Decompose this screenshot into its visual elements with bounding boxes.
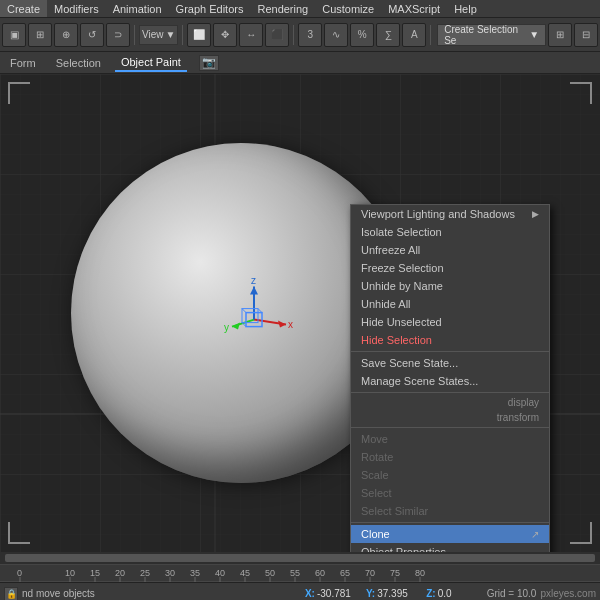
svg-marker-9 — [232, 323, 240, 330]
toolbar-btn-9[interactable]: ⬛ — [265, 23, 289, 47]
svg-marker-12 — [250, 287, 258, 295]
status-message: nd move objects — [22, 588, 301, 599]
ctx-clone[interactable]: Clone ↗ — [351, 525, 549, 543]
view-dropdown[interactable]: View ▼ — [139, 25, 178, 45]
ctx-rotate: Rotate — [351, 448, 549, 466]
ctx-sep-1 — [351, 351, 549, 352]
main-toolbar: ▣ ⊞ ⊕ ↺ ⊃ View ▼ ⬜ ✥ ↔ ⬛ 3 ∿ % ∑ A Creat… — [0, 18, 600, 52]
toolbar-btn-11[interactable]: ∿ — [324, 23, 348, 47]
svg-text:80: 80 — [415, 568, 425, 578]
svg-text:75: 75 — [390, 568, 400, 578]
ctx-manage-scene-states[interactable]: Manage Scene States... — [351, 372, 549, 390]
z-label: Z: — [426, 588, 435, 599]
svg-line-16 — [242, 309, 246, 313]
svg-text:15: 15 — [90, 568, 100, 578]
tab-object-paint[interactable]: Object Paint — [115, 54, 187, 72]
toolbar-sep-4 — [430, 25, 431, 45]
menu-create[interactable]: Create — [0, 0, 47, 17]
ctx-sep-3 — [351, 427, 549, 428]
axis-gizmo: x y z — [214, 275, 294, 355]
svg-text:y: y — [224, 322, 229, 333]
z-value[interactable]: 0.0 — [438, 588, 483, 599]
scroll-thumb[interactable] — [5, 554, 595, 562]
ctx-select: Select — [351, 484, 549, 502]
svg-text:x: x — [288, 319, 293, 330]
lock-icon[interactable]: 🔒 — [4, 587, 18, 601]
y-value[interactable]: 37.395 — [377, 588, 422, 599]
menu-customize[interactable]: Customize — [315, 0, 381, 17]
ctx-hide-selection[interactable]: Hide Selection — [351, 331, 549, 349]
ctx-object-properties[interactable]: Object Properties... — [351, 543, 549, 552]
svg-text:55: 55 — [290, 568, 300, 578]
y-coordinate: Y: 37.395 — [366, 588, 422, 599]
svg-text:60: 60 — [315, 568, 325, 578]
ctx-scale: Scale — [351, 466, 549, 484]
status-bar: 🔒 nd move objects X: -30.781 Y: 37.395 Z… — [0, 582, 600, 600]
toolbar-btn-2[interactable]: ⊞ — [28, 23, 52, 47]
timeline[interactable]: 0 10 15 20 25 30 35 40 45 50 5 — [0, 564, 600, 582]
menu-rendering[interactable]: Rendering — [250, 0, 315, 17]
menu-graph-editors[interactable]: Graph Editors — [169, 0, 251, 17]
corner-bracket-tr — [570, 82, 592, 104]
toolbar-btn-5[interactable]: ⊃ — [106, 23, 130, 47]
svg-text:0: 0 — [17, 568, 22, 578]
z-coordinate: Z: 0.0 — [426, 588, 482, 599]
svg-text:30: 30 — [165, 568, 175, 578]
context-menu: Viewport Lighting and Shadows ▶ Isolate … — [350, 204, 550, 552]
camera-button[interactable]: 📷 — [199, 55, 219, 71]
svg-text:25: 25 — [140, 568, 150, 578]
ctx-sep-4 — [351, 522, 549, 523]
toolbar-btn-3[interactable]: ⊕ — [54, 23, 78, 47]
toolbar-btn-7[interactable]: ✥ — [213, 23, 237, 47]
toolbar-btn-12[interactable]: % — [350, 23, 374, 47]
svg-text:40: 40 — [215, 568, 225, 578]
tab-selection[interactable]: Selection — [50, 55, 107, 71]
viewport[interactable]: x y z Viewport Lighting and Shadows ▶ Is… — [0, 74, 600, 552]
toolbar-btn-end1[interactable]: ⊞ — [548, 23, 572, 47]
ctx-save-scene-state[interactable]: Save Scene State... — [351, 354, 549, 372]
corner-bracket-br — [570, 522, 592, 544]
menu-help[interactable]: Help — [447, 0, 484, 17]
ctx-display-header: display — [351, 395, 549, 410]
menu-animation[interactable]: Animation — [106, 0, 169, 17]
menu-maxscript[interactable]: MAXScript — [381, 0, 447, 17]
toolbar-btn-8[interactable]: ↔ — [239, 23, 263, 47]
timeline-ruler[interactable]: 0 10 15 20 25 30 35 40 45 50 5 — [0, 565, 600, 582]
x-label: X: — [305, 588, 315, 599]
menu-modifiers[interactable]: Modifiers — [47, 0, 106, 17]
ctx-freeze-selection[interactable]: Freeze Selection — [351, 259, 549, 277]
toolbar-btn-1[interactable]: ▣ — [2, 23, 26, 47]
secondary-toolbar: Form Selection Object Paint 📷 — [0, 52, 600, 74]
toolbar-sep-2 — [182, 25, 183, 45]
ctx-transform-header: transform — [351, 410, 549, 425]
svg-text:45: 45 — [240, 568, 250, 578]
toolbar-btn-10[interactable]: 3 — [298, 23, 322, 47]
ctx-sep-2 — [351, 392, 549, 393]
grid-info: Grid = 10.0 — [487, 588, 537, 599]
toolbar-sep-3 — [293, 25, 294, 45]
ctx-move: Move — [351, 430, 549, 448]
ctx-unfreeze-all[interactable]: Unfreeze All — [351, 241, 549, 259]
svg-text:70: 70 — [365, 568, 375, 578]
ctx-isolate-selection[interactable]: Isolate Selection — [351, 223, 549, 241]
toolbar-btn-14[interactable]: A — [402, 23, 426, 47]
tab-form[interactable]: Form — [4, 55, 42, 71]
svg-marker-6 — [278, 321, 286, 328]
ctx-unhide-by-name[interactable]: Unhide by Name — [351, 277, 549, 295]
create-selection-btn[interactable]: Create Selection Se ▼ — [437, 24, 546, 46]
toolbar-btn-6[interactable]: ⬜ — [187, 23, 211, 47]
x-value[interactable]: -30.781 — [317, 588, 362, 599]
corner-bracket-bl — [8, 522, 30, 544]
ctx-select-similar: Select Similar — [351, 502, 549, 520]
ctx-unhide-all[interactable]: Unhide All — [351, 295, 549, 313]
toolbar-btn-end2[interactable]: ⊟ — [574, 23, 598, 47]
svg-text:50: 50 — [265, 568, 275, 578]
ctx-viewport-lighting[interactable]: Viewport Lighting and Shadows ▶ — [351, 205, 549, 223]
ctx-hide-unselected[interactable]: Hide Unselected — [351, 313, 549, 331]
toolbar-btn-4[interactable]: ↺ — [80, 23, 104, 47]
svg-text:10: 10 — [65, 568, 75, 578]
y-label: Y: — [366, 588, 375, 599]
svg-text:z: z — [251, 275, 256, 286]
toolbar-btn-13[interactable]: ∑ — [376, 23, 400, 47]
horizontal-scrollbar[interactable] — [0, 552, 600, 564]
